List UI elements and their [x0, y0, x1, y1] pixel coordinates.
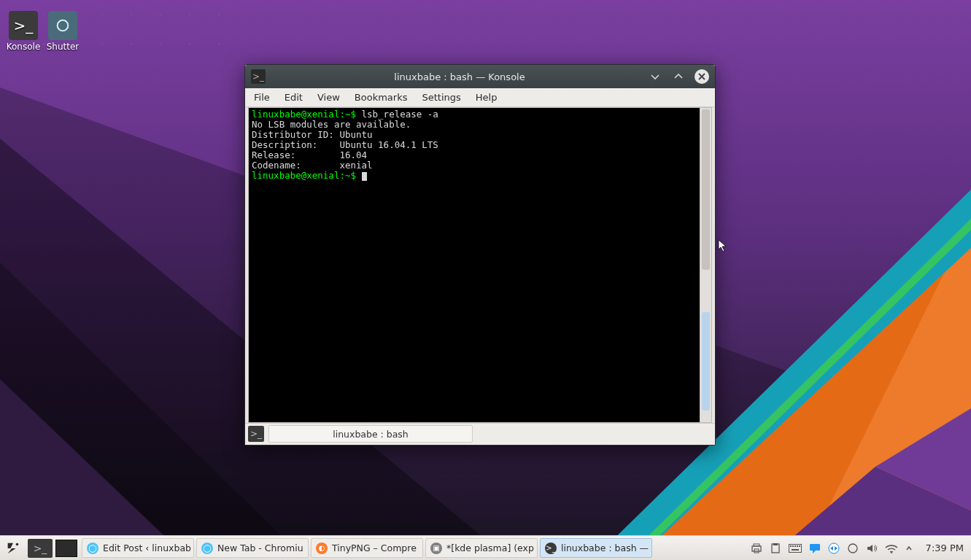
svg-rect-37 — [797, 545, 798, 547]
desktop-icon-konsole[interactable]: >_ Konsole — [3, 11, 44, 52]
maximize-button[interactable] — [671, 69, 686, 84]
tray-expand-icon[interactable] — [905, 545, 913, 552]
keyboard-icon[interactable] — [789, 544, 802, 553]
menu-help[interactable]: Help — [476, 92, 498, 103]
panel-clock[interactable]: 7:39 PM — [918, 542, 971, 553]
svg-point-23 — [160, 43, 161, 44]
svg-rect-39 — [792, 549, 799, 551]
svg-point-17 — [218, 14, 220, 15]
teamviewer-icon[interactable] — [828, 542, 840, 554]
tabbar: >_ linuxbabe : bash — [245, 423, 715, 445]
menu-view[interactable]: View — [317, 92, 340, 103]
task-label: TinyPNG – Compre — [332, 542, 417, 553]
svg-rect-36 — [794, 545, 796, 547]
terminal-prompt: linuxbabe@xenial:~$ — [252, 109, 362, 120]
firefox-icon: ◐ — [316, 542, 328, 554]
close-button[interactable] — [695, 69, 709, 84]
menu-bookmarks[interactable]: Bookmarks — [355, 92, 408, 103]
svg-point-42 — [891, 552, 892, 553]
svg-point-25 — [218, 43, 220, 44]
konsole-window: >_ linuxbabe : bash — Konsole File Edit … — [244, 64, 716, 446]
terminal-icon: >_ — [545, 542, 557, 554]
svg-rect-29 — [754, 544, 759, 546]
mouse-cursor-icon — [718, 239, 728, 255]
task-button[interactable]: ▣ *[kde plasma] (exp — [425, 538, 538, 558]
menu-edit[interactable]: Edit — [285, 92, 303, 103]
terminal-prompt: linuxbabe@xenial:~$ — [252, 170, 362, 181]
titlebar[interactable]: >_ linuxbabe : bash — Konsole — [245, 65, 715, 88]
task-button[interactable]: ◯ Edit Post ‹ linuxbab — [82, 538, 194, 558]
terminal-cursor — [362, 172, 367, 181]
system-tray — [745, 542, 918, 554]
task-button[interactable]: >_ linuxbabe : bash — — [540, 538, 652, 558]
shutter-icon — [48, 11, 77, 40]
svg-point-24 — [189, 43, 190, 44]
terminal-line: Distributor ID: Ubuntu — [252, 129, 373, 140]
svg-point-15 — [160, 14, 161, 15]
chromium-icon: ◯ — [201, 542, 213, 554]
desktop-icon-shutter[interactable]: Shutter — [42, 11, 83, 52]
svg-point-27 — [16, 542, 19, 545]
svg-rect-38 — [799, 545, 800, 547]
clock-time: 7:39 PM — [926, 542, 964, 553]
menu-file[interactable]: File — [254, 92, 270, 103]
image-icon: ▣ — [430, 542, 442, 554]
svg-point-21 — [101, 43, 103, 44]
chromium-icon: ◯ — [87, 542, 98, 554]
task-label: *[kde plasma] (exp — [446, 542, 534, 553]
virtual-desktop-pager[interactable] — [55, 540, 77, 557]
window-app-icon: >_ — [251, 69, 266, 84]
terminal-line: Description: Ubuntu 16.04.1 LTS — [252, 139, 438, 150]
panel: >_ ◯ Edit Post ‹ linuxbab ◯ New Tab - Ch… — [0, 535, 971, 560]
minimize-button[interactable] — [648, 69, 662, 84]
task-label: linuxbabe : bash — — [561, 542, 649, 553]
new-tab-button[interactable]: >_ — [248, 426, 264, 442]
menubar: File Edit View Bookmarks Settings Help — [245, 88, 715, 107]
scrollbar-thumb[interactable] — [702, 109, 710, 270]
tab-active[interactable]: linuxbabe : bash — [268, 425, 473, 443]
task-button[interactable]: ◯ New Tab - Chromiu — [196, 538, 309, 558]
terminal-command: lsb_release -a — [362, 109, 438, 120]
terminal-output[interactable]: linuxbabe@xenial:~$ lsb_release -a No LS… — [249, 108, 700, 422]
window-title: linuxbabe : bash — Konsole — [271, 71, 648, 82]
terminal-scrollbar[interactable] — [700, 108, 711, 422]
swirl-icon[interactable] — [847, 542, 859, 554]
svg-rect-40 — [810, 544, 820, 551]
terminal-icon: >_ — [9, 11, 38, 40]
terminal-line: Codename: xenial — [252, 160, 373, 171]
svg-point-14 — [131, 14, 132, 15]
svg-point-13 — [101, 14, 103, 15]
terminal-line: No LSB modules are available. — [252, 119, 411, 130]
task-label: Edit Post ‹ linuxbab — [103, 542, 191, 553]
task-label: New Tab - Chromiu — [217, 542, 303, 553]
volume-icon[interactable] — [866, 542, 878, 554]
terminal-line: Release: 16.04 — [252, 149, 367, 160]
svg-rect-35 — [792, 545, 794, 547]
menu-settings[interactable]: Settings — [422, 92, 460, 103]
desktop-icon-label: Shutter — [42, 42, 83, 52]
application-launcher[interactable] — [0, 536, 26, 561]
network-icon[interactable] — [885, 543, 898, 553]
printer-icon[interactable] — [751, 542, 762, 554]
desktop-icon-label: Konsole — [3, 42, 44, 52]
tab-label: linuxbabe : bash — [333, 429, 409, 440]
svg-point-16 — [189, 14, 190, 15]
svg-point-22 — [131, 43, 132, 44]
quicklaunch-konsole[interactable]: >_ — [28, 539, 53, 558]
svg-rect-34 — [790, 545, 792, 547]
chat-icon[interactable] — [809, 542, 821, 554]
clipboard-icon[interactable] — [770, 542, 781, 554]
scrollbar-thumb[interactable] — [702, 312, 710, 411]
task-button[interactable]: ◐ TinyPNG – Compre — [311, 538, 423, 558]
svg-rect-32 — [773, 543, 778, 545]
